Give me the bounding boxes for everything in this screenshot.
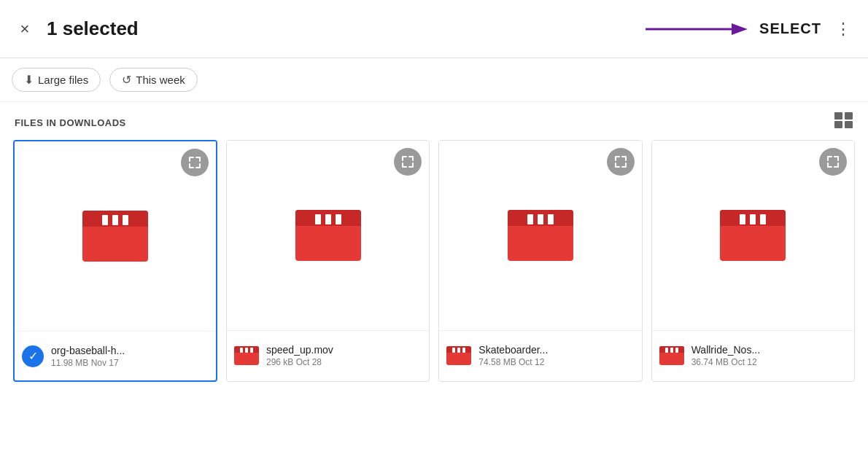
small-video-icon-2 bbox=[234, 346, 259, 365]
file-meta-3: 74.58 MB Oct 12 bbox=[478, 357, 634, 367]
file-footer-4: Wallride_Nos... 36.74 MB Oct 12 bbox=[652, 330, 854, 380]
file-card-1[interactable]: ✓ org-baseball-h... 11.98 MB Nov 17 bbox=[13, 140, 217, 382]
selection-title: 1 selected bbox=[47, 17, 646, 40]
more-button[interactable]: ⋮ bbox=[830, 16, 856, 42]
file-footer-3: Skateboarder... 74.58 MB Oct 12 bbox=[439, 330, 641, 380]
filter-label-large-files: Large files bbox=[38, 74, 88, 86]
file-info-4: Wallride_Nos... 36.74 MB Oct 12 bbox=[691, 344, 847, 367]
expand-button-1[interactable] bbox=[181, 149, 209, 176]
video-icon-3 bbox=[508, 210, 573, 261]
file-name-2: speed_up.mov bbox=[266, 344, 422, 356]
filter-label-this-week: This week bbox=[136, 74, 185, 86]
file-meta-2: 296 kB Oct 28 bbox=[266, 357, 422, 367]
svg-rect-4 bbox=[834, 121, 842, 128]
select-label[interactable]: SELECT bbox=[759, 20, 821, 37]
svg-marker-1 bbox=[732, 23, 748, 35]
filter-bar: ⬇ Large files ↺ This week bbox=[0, 58, 868, 102]
file-footer-2: speed_up.mov 296 kB Oct 28 bbox=[227, 330, 429, 380]
this-week-icon: ↺ bbox=[122, 73, 131, 87]
file-preview-2 bbox=[227, 141, 429, 330]
svg-rect-3 bbox=[845, 112, 853, 120]
file-card-3[interactable]: Skateboarder... 74.58 MB Oct 12 bbox=[438, 140, 642, 382]
list-view-button[interactable] bbox=[834, 112, 853, 133]
expand-button-2[interactable] bbox=[394, 148, 422, 176]
svg-rect-5 bbox=[845, 121, 853, 128]
file-card-4[interactable]: Wallride_Nos... 36.74 MB Oct 12 bbox=[651, 140, 855, 382]
close-button[interactable]: × bbox=[12, 16, 38, 42]
files-grid: ✓ org-baseball-h... 11.98 MB Nov 17 bbox=[0, 140, 868, 382]
expand-button-4[interactable] bbox=[819, 148, 847, 176]
file-name-3: Skateboarder... bbox=[478, 344, 634, 356]
file-card-2[interactable]: speed_up.mov 296 kB Oct 28 bbox=[226, 140, 430, 382]
file-name-1: org-baseball-h... bbox=[51, 345, 209, 356]
file-meta-4: 36.74 MB Oct 12 bbox=[691, 357, 847, 367]
file-preview-4 bbox=[652, 141, 854, 330]
select-arrow-area: SELECT bbox=[646, 20, 821, 38]
large-files-icon: ⬇ bbox=[24, 73, 34, 87]
file-name-4: Wallride_Nos... bbox=[691, 344, 847, 356]
file-footer-1: ✓ org-baseball-h... 11.98 MB Nov 17 bbox=[15, 331, 216, 380]
file-info-2: speed_up.mov 296 kB Oct 28 bbox=[266, 344, 422, 367]
filter-chip-this-week[interactable]: ↺ This week bbox=[109, 68, 198, 92]
file-info-3: Skateboarder... 74.58 MB Oct 12 bbox=[478, 344, 634, 367]
selected-checkmark-1: ✓ bbox=[22, 345, 44, 367]
file-preview-3 bbox=[439, 141, 641, 330]
file-preview-1 bbox=[15, 141, 216, 331]
video-icon-1 bbox=[82, 211, 148, 262]
file-meta-1: 11.98 MB Nov 17 bbox=[51, 358, 209, 368]
video-icon-4 bbox=[720, 210, 786, 261]
section-label-row: FILES IN DOWNLOADS bbox=[0, 102, 868, 140]
file-info-1: org-baseball-h... 11.98 MB Nov 17 bbox=[51, 345, 209, 368]
svg-rect-2 bbox=[834, 112, 842, 120]
filter-chip-large-files[interactable]: ⬇ Large files bbox=[12, 68, 101, 92]
expand-button-3[interactable] bbox=[607, 148, 635, 176]
small-video-icon-3 bbox=[446, 346, 471, 365]
section-label: FILES IN DOWNLOADS bbox=[15, 117, 126, 128]
small-video-icon-4 bbox=[659, 346, 684, 365]
arrow-icon bbox=[646, 20, 748, 38]
header: × 1 selected SELECT ⋮ bbox=[0, 0, 868, 58]
video-icon-2 bbox=[295, 210, 361, 261]
